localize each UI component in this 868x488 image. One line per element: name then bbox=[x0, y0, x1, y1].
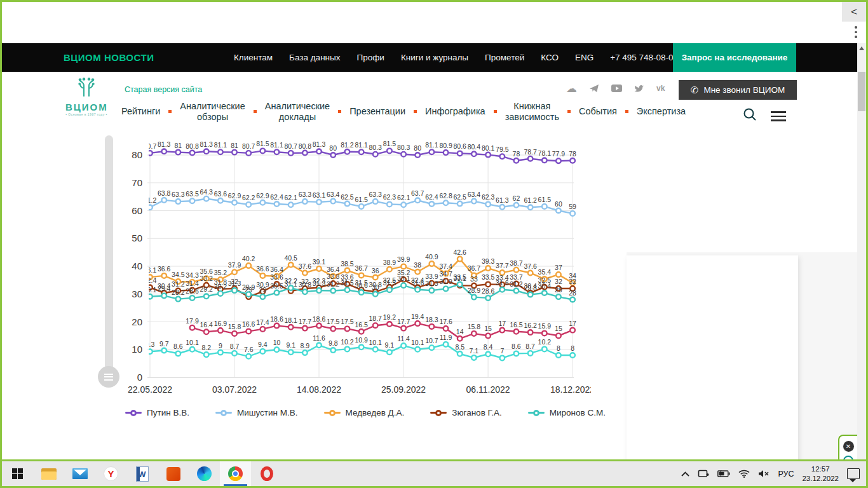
data-point[interactable] bbox=[542, 331, 547, 336]
data-point[interactable] bbox=[556, 158, 561, 163]
data-point[interactable] bbox=[570, 353, 575, 358]
data-point[interactable] bbox=[261, 200, 266, 205]
data-point[interactable] bbox=[485, 266, 491, 271]
data-point[interactable] bbox=[359, 204, 364, 209]
data-point[interactable] bbox=[288, 325, 294, 330]
data-point[interactable] bbox=[359, 149, 364, 154]
nav-item[interactable]: Экспертиза bbox=[637, 106, 686, 117]
data-point[interactable] bbox=[514, 203, 519, 208]
top-bar-menu-item[interactable]: Книги и журналы bbox=[401, 53, 468, 62]
data-point[interactable] bbox=[302, 350, 308, 355]
data-point[interactable] bbox=[514, 288, 519, 294]
data-point[interactable] bbox=[514, 351, 519, 356]
data-point[interactable] bbox=[514, 158, 519, 163]
data-point[interactable] bbox=[161, 273, 166, 278]
top-bar-menu-item[interactable]: Прометей bbox=[485, 53, 524, 62]
data-point[interactable] bbox=[275, 323, 280, 329]
data-point[interactable] bbox=[430, 324, 435, 329]
nav-item[interactable]: События bbox=[579, 106, 617, 117]
data-point[interactable] bbox=[288, 349, 294, 355]
data-point[interactable] bbox=[458, 201, 463, 207]
data-point[interactable] bbox=[232, 150, 237, 155]
data-point[interactable] bbox=[218, 291, 223, 296]
data-point[interactable] bbox=[528, 271, 533, 276]
data-point[interactable] bbox=[471, 152, 477, 157]
data-point[interactable] bbox=[190, 151, 195, 156]
data-point[interactable] bbox=[190, 295, 195, 301]
nav-item[interactable]: Книжная зависимость bbox=[505, 101, 559, 122]
data-point[interactable] bbox=[458, 151, 463, 156]
data-point[interactable] bbox=[373, 152, 378, 157]
data-point[interactable] bbox=[316, 343, 322, 348]
data-point[interactable] bbox=[204, 196, 209, 201]
data-point[interactable] bbox=[570, 211, 575, 216]
word-button[interactable]: W bbox=[126, 461, 158, 486]
data-point[interactable] bbox=[514, 329, 519, 334]
data-point[interactable] bbox=[288, 262, 294, 268]
data-point[interactable] bbox=[330, 152, 336, 158]
data-point[interactable] bbox=[444, 342, 449, 347]
data-point[interactable] bbox=[288, 151, 294, 156]
data-point[interactable] bbox=[176, 351, 181, 356]
data-point[interactable] bbox=[485, 334, 491, 339]
nav-item[interactable]: Аналитические доклады bbox=[265, 101, 330, 122]
battery-icon[interactable] bbox=[717, 470, 730, 477]
data-point[interactable] bbox=[415, 152, 420, 158]
data-point[interactable] bbox=[528, 205, 533, 210]
data-point[interactable] bbox=[415, 287, 420, 292]
data-point[interactable] bbox=[387, 202, 392, 207]
data-point[interactable] bbox=[359, 290, 364, 295]
data-point[interactable] bbox=[316, 200, 322, 205]
mail-button[interactable] bbox=[64, 461, 95, 486]
data-point[interactable] bbox=[330, 327, 336, 332]
nav-item[interactable]: Презентации bbox=[349, 106, 405, 117]
more-menu-icon[interactable] bbox=[855, 26, 857, 41]
data-point[interactable] bbox=[345, 149, 350, 154]
nav-item[interactable]: Аналитические обзоры bbox=[180, 101, 245, 122]
data-point[interactable] bbox=[430, 261, 435, 266]
chrome-button-active[interactable] bbox=[220, 461, 251, 486]
data-point[interactable] bbox=[302, 290, 308, 295]
legend-item[interactable]: Медведев Д.А. bbox=[324, 408, 405, 417]
vciom-news-brand[interactable]: ВЦИОМ НОВОСТИ bbox=[64, 52, 154, 63]
close-icon[interactable]: ✕ bbox=[843, 441, 854, 452]
legend-item[interactable]: Мишустин М.В. bbox=[215, 408, 298, 417]
data-point[interactable] bbox=[147, 294, 153, 299]
data-point[interactable] bbox=[542, 347, 547, 352]
data-point[interactable] bbox=[232, 331, 237, 336]
data-point[interactable] bbox=[373, 292, 378, 297]
data-point[interactable] bbox=[316, 288, 322, 293]
data-point[interactable] bbox=[345, 287, 350, 292]
youtube-icon[interactable] bbox=[611, 83, 622, 93]
data-point[interactable] bbox=[232, 269, 237, 274]
data-point[interactable] bbox=[373, 275, 378, 280]
data-point[interactable] bbox=[190, 325, 195, 330]
data-point[interactable] bbox=[444, 287, 449, 292]
data-point[interactable] bbox=[471, 355, 477, 360]
data-point[interactable] bbox=[316, 323, 322, 329]
nav-item[interactable]: Инфографика bbox=[425, 106, 485, 117]
data-point[interactable] bbox=[556, 353, 561, 358]
data-point[interactable] bbox=[246, 354, 251, 359]
office-button[interactable] bbox=[158, 461, 189, 486]
data-point[interactable] bbox=[176, 150, 181, 155]
data-point[interactable] bbox=[556, 294, 561, 299]
chart-zoom-slider-track[interactable] bbox=[105, 135, 113, 382]
data-point[interactable] bbox=[246, 151, 251, 156]
data-point[interactable] bbox=[500, 154, 505, 159]
data-point[interactable] bbox=[458, 336, 463, 341]
data-point[interactable] bbox=[401, 343, 406, 348]
data-point[interactable] bbox=[415, 347, 420, 352]
top-bar-menu-item[interactable]: База данных bbox=[289, 53, 340, 62]
legend-item[interactable]: Зюганов Г.А. bbox=[430, 408, 501, 417]
taskbar-clock[interactable]: 12:57 23.12.2022 bbox=[802, 464, 839, 483]
ratings-line-chart[interactable]: 0102030405060708022.05.202203.07.202214.… bbox=[119, 132, 591, 426]
data-point[interactable] bbox=[359, 329, 364, 334]
data-point[interactable] bbox=[218, 149, 223, 154]
hidden-icons-chevron[interactable] bbox=[681, 471, 689, 477]
data-point[interactable] bbox=[415, 198, 420, 203]
data-point[interactable] bbox=[415, 269, 420, 274]
data-point[interactable] bbox=[401, 283, 406, 288]
data-point[interactable] bbox=[218, 350, 223, 355]
data-point[interactable] bbox=[528, 330, 533, 335]
